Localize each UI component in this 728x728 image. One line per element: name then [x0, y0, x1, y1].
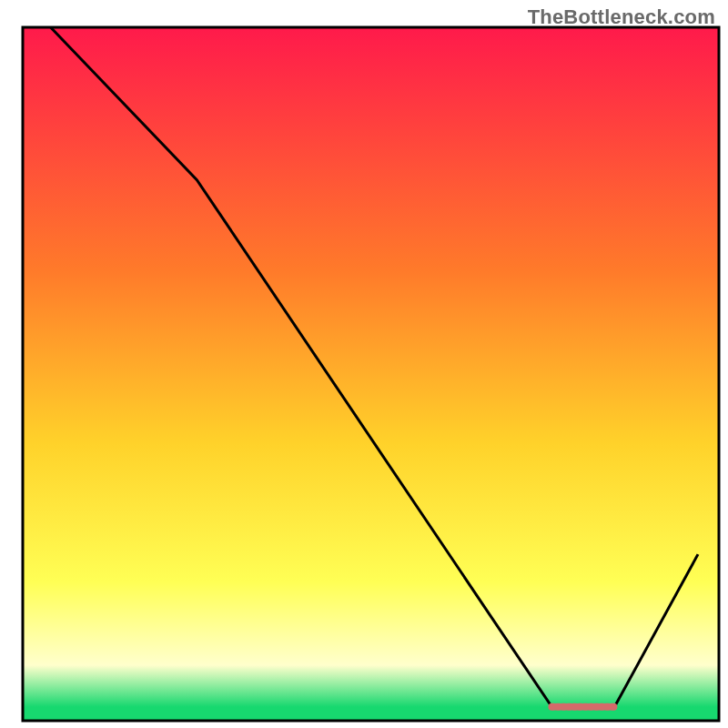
- chart-svg: [0, 0, 728, 728]
- chart-stage: TheBottleneck.com: [0, 0, 728, 728]
- plot-background: [23, 27, 719, 721]
- watermark-text: TheBottleneck.com: [528, 5, 715, 29]
